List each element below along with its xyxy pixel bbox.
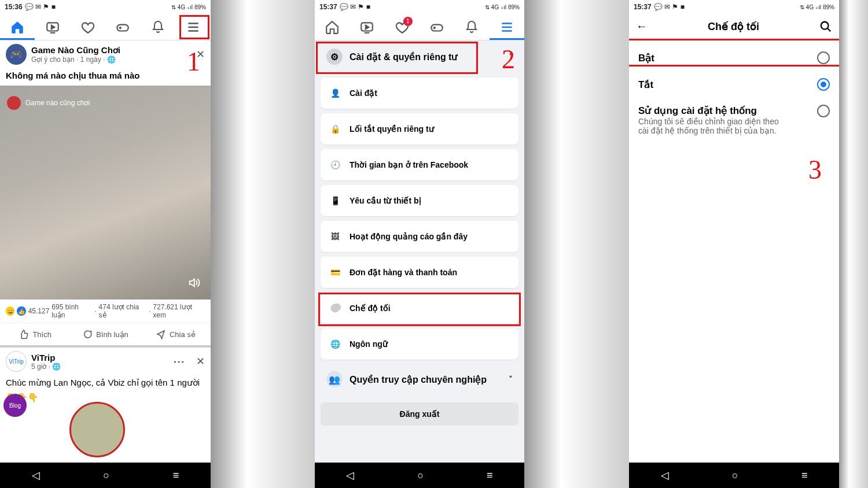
post1-stats[interactable]: 😄 👍 45.127 695 bình luận· 474 lượt chia …: [0, 300, 211, 323]
post1-avatar[interactable]: 🎮: [6, 44, 27, 65]
chevron-down-icon: ˅: [509, 375, 513, 384]
back-nav-icon[interactable]: ◁: [32, 469, 40, 482]
home-nav-icon[interactable]: ○: [732, 469, 738, 482]
people-icon: 👥: [326, 371, 343, 387]
back-nav-icon[interactable]: ◁: [661, 469, 669, 482]
item-device-requests[interactable]: 📱 Yêu cầu từ thiết bị: [321, 185, 518, 216]
news-feed[interactable]: 🎮 Game Nào Cũng Chơi Gợi ý cho bạn · 1 n…: [0, 40, 211, 463]
option-system[interactable]: Sử dụng cài đặt hệ thống Chúng tôi sẽ đi…: [637, 98, 831, 142]
tab-menu[interactable]: [182, 16, 205, 39]
volume-icon[interactable]: [187, 276, 200, 289]
tab-watch[interactable]: [41, 16, 64, 39]
search-icon[interactable]: [819, 20, 832, 33]
tab-gaming[interactable]: [425, 16, 448, 39]
blog-badge: Blog: [3, 394, 27, 417]
battery: 89%: [508, 4, 520, 10]
svg-point-6: [821, 21, 829, 29]
android-nav: ◁ ○ ≡: [629, 463, 839, 488]
post1-overlay-name: Game nào cũng chơi: [25, 99, 90, 107]
network-icon: ⇅ 4G ₊ıl: [485, 4, 506, 10]
post1-shares: 474 lượt chia sẻ: [99, 303, 146, 319]
tab-menu[interactable]: [495, 16, 518, 39]
ad-icon: 🖼: [329, 230, 341, 243]
recents-nav-icon[interactable]: ≡: [801, 469, 808, 482]
item-privacy-shortcuts[interactable]: 🔒 Lối tắt quyền riêng tư: [321, 113, 518, 145]
step-label-2: 2: [502, 44, 515, 75]
item-label: Cài đặt: [350, 88, 377, 98]
tab-home[interactable]: [321, 16, 344, 39]
post1-page-name[interactable]: Game Nào Cũng Chơi: [31, 45, 120, 56]
group-professional-access[interactable]: 👥 Quyền truy cập chuyên nghiệp ˅: [321, 364, 518, 394]
tab-notifications[interactable]: [460, 16, 483, 39]
clock-icon: 🕘: [329, 158, 341, 171]
screenshot-3-dark-mode: 15:37 💬 ✉ ⚑ ■ ⇅ 4G ₊ıl 89% ← Chế độ tối …: [629, 0, 839, 488]
post2-text: Chúc mừng Lan Ngọc, cả Vbiz chỉ gọi tên …: [0, 375, 211, 390]
phone-icon: 📱: [329, 194, 341, 207]
post2-page-name[interactable]: ViTrip: [31, 353, 61, 363]
back-nav-icon[interactable]: ◁: [346, 469, 354, 482]
step-label-3: 3: [808, 154, 822, 185]
recents-nav-icon[interactable]: ≡: [173, 469, 179, 482]
post1-actions: Thích Bình luận Chia sẻ: [0, 323, 211, 347]
page-header: ← Chế độ tối: [629, 14, 839, 39]
option-off[interactable]: Tắt: [637, 71, 831, 98]
tab-gaming[interactable]: [111, 16, 134, 39]
network-icon: ⇅ 4G ₊ıl: [800, 4, 821, 10]
status-icons: 💬 ✉ ⚑ ■: [340, 3, 370, 11]
comment-button[interactable]: Bình luận: [70, 323, 140, 345]
option-system-label: Sử dụng cài đặt hệ thống: [638, 105, 811, 117]
tab-home[interactable]: [6, 16, 29, 39]
settings-list[interactable]: ⚙ Cài đặt & quyền riêng tư ˄ 2 👤 Cài đặt…: [315, 40, 524, 463]
android-nav: ◁ ○ ≡: [315, 463, 524, 488]
tab-dating[interactable]: 1: [391, 16, 414, 39]
radio-off-icon[interactable]: [817, 105, 830, 117]
item-label: Chế độ tối: [350, 304, 391, 313]
svg-rect-1: [117, 24, 129, 31]
post2-close-icon[interactable]: ✕: [196, 355, 205, 368]
comment-label: Bình luận: [96, 330, 128, 339]
item-recent-ad-activity[interactable]: 🖼 Hoạt động quảng cáo gần đây: [321, 221, 518, 252]
story-ring[interactable]: [69, 402, 125, 457]
home-nav-icon[interactable]: ○: [417, 469, 424, 482]
status-icons: 💬 ✉ ⚑ ■: [654, 3, 685, 11]
page-title: Chế độ tối: [654, 20, 812, 33]
radio-on-icon[interactable]: [817, 78, 830, 91]
like-button[interactable]: Thích: [0, 323, 70, 345]
post1-video[interactable]: Game nào cũng chơi: [0, 86, 211, 300]
tab-notifications[interactable]: [146, 16, 170, 39]
item-label: Ngôn ngữ: [350, 339, 388, 349]
share-label: Chia sẻ: [170, 330, 196, 339]
status-bar: 15:37 💬 ✉ ⚑ ■ ⇅ 4G ₊ıl 89%: [629, 0, 839, 14]
post1-reactions-count: 45.127: [28, 307, 50, 315]
post1-text: Không má nào chịu thua má nào: [0, 68, 211, 86]
clock: 15:37: [319, 3, 337, 11]
post2-avatar[interactable]: ViTrip: [6, 351, 27, 372]
screenshot-2-settings-menu: 15:37 💬 ✉ ⚑ ■ ⇅ 4G ₊ıl 89% 1 ⚙: [315, 0, 524, 488]
post2-more-icon[interactable]: ⋯: [173, 354, 185, 368]
radio-off-icon[interactable]: [817, 51, 830, 64]
item-label: Yêu cầu từ thiết bị: [350, 196, 421, 205]
person-gear-icon: 👤: [329, 87, 341, 99]
post1-comments: 695 bình luận: [52, 303, 92, 319]
item-settings[interactable]: 👤 Cài đặt: [321, 77, 518, 109]
recents-nav-icon[interactable]: ≡: [487, 469, 493, 482]
item-dark-mode[interactable]: Chế độ tối: [321, 293, 518, 324]
logout-button[interactable]: Đăng xuất: [321, 402, 518, 426]
home-nav-icon[interactable]: ○: [103, 469, 109, 482]
option-on[interactable]: Bật: [637, 45, 831, 71]
item-label: Hoạt động quảng cáo gần đây: [350, 232, 468, 241]
option-on-label: Bật: [638, 52, 811, 64]
post2-meta: 5 giờ · 🌐: [31, 363, 61, 371]
card-icon: 💳: [329, 266, 341, 279]
item-orders-payments[interactable]: 💳 Đơn đặt hàng và thanh toán: [321, 257, 518, 288]
group-settings-privacy[interactable]: ⚙ Cài đặt & quyền riêng tư ˄: [321, 40, 518, 73]
tab-dating[interactable]: [76, 16, 100, 39]
item-time-on-facebook[interactable]: 🕘 Thời gian bạn ở trên Facebook: [321, 149, 518, 180]
tab-watch[interactable]: [355, 16, 378, 39]
back-icon[interactable]: ←: [636, 20, 648, 33]
item-label: Đơn đặt hàng và thanh toán: [350, 268, 457, 277]
clock: 15:36: [5, 3, 23, 11]
share-button[interactable]: Chia sẻ: [141, 323, 211, 345]
dating-badge: 1: [403, 17, 413, 26]
item-language[interactable]: 🌐 Ngôn ngữ: [321, 328, 518, 360]
